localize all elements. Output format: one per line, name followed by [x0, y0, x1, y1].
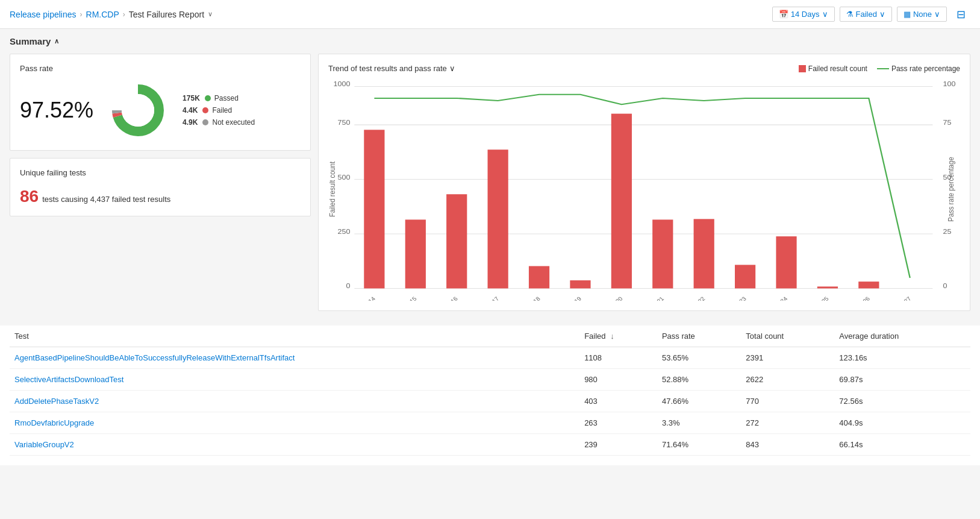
period-button[interactable]: 📅 14 Days ∨ — [772, 7, 835, 22]
table-row: AddDeletePhaseTaskV2 403 47.66% 770 72.5… — [10, 391, 970, 412]
donut-chart — [108, 80, 168, 140]
svg-rect-21 — [364, 130, 384, 288]
top-bar: Release pipelines › RM.CDP › Test Failur… — [0, 0, 980, 29]
svg-text:2019-05-17: 2019-05-17 — [473, 295, 500, 301]
unique-failing-title: Unique failing tests — [20, 168, 301, 177]
svg-rect-25 — [529, 266, 549, 288]
table-row: SelectiveArtifactsDownloadTest 980 52.88… — [10, 369, 970, 391]
table-header: Test Failed ↓ Pass rate Total count Aver… — [10, 326, 970, 347]
period-chevron-icon: ∨ — [822, 10, 828, 19]
svg-rect-29 — [694, 219, 714, 288]
sort-icon: ↓ — [610, 332, 614, 341]
svg-rect-22 — [405, 219, 426, 288]
group-chevron-icon: ∨ — [934, 10, 940, 19]
svg-text:2019-05-22: 2019-05-22 — [679, 295, 706, 301]
svg-rect-32 — [817, 286, 838, 288]
svg-text:250: 250 — [338, 228, 351, 236]
svg-text:Pass rate percentage: Pass rate percentage — [946, 157, 955, 222]
cell-pass-rate: 47.66% — [657, 391, 741, 412]
svg-text:2019-05-20: 2019-05-20 — [597, 295, 625, 301]
legend-pass-rate: Pass rate percentage — [877, 64, 960, 73]
svg-text:2019-05-21: 2019-05-21 — [638, 295, 665, 301]
svg-text:2019-05-14: 2019-05-14 — [349, 295, 377, 301]
data-table: Test Failed ↓ Pass rate Total count Aver… — [10, 326, 970, 456]
svg-rect-33 — [858, 282, 879, 288]
cell-avg-duration: 69.87s — [834, 369, 970, 391]
cell-total: 272 — [741, 412, 834, 434]
summary-header[interactable]: Summary ∧ — [10, 36, 970, 46]
outcome-button[interactable]: ⚗ Failed ∨ — [840, 7, 892, 22]
col-failed[interactable]: Failed ↓ — [579, 326, 657, 347]
cell-avg-duration: 123.16s — [834, 347, 970, 369]
svg-text:2019-05-24: 2019-05-24 — [761, 295, 789, 301]
group-icon: ▦ — [904, 10, 911, 19]
pass-rate-content: 97.52% 175K — [20, 80, 301, 140]
legend-not-executed: 4.9K Not executed — [183, 118, 255, 127]
calendar-icon: 📅 — [779, 10, 788, 19]
svg-text:Failed result count: Failed result count — [328, 161, 337, 217]
svg-text:2019-05-23: 2019-05-23 — [720, 295, 747, 301]
cell-pass-rate: 52.88% — [657, 369, 741, 391]
unique-failing-count: 86 — [20, 187, 39, 206]
unique-failing-text: 86tests causing 4,437 failed test result… — [20, 187, 301, 206]
svg-rect-28 — [652, 219, 673, 288]
cell-pass-rate: 3.3% — [657, 412, 741, 434]
summary-chevron-icon: ∧ — [54, 37, 59, 45]
svg-rect-27 — [611, 114, 632, 289]
cell-failed: 239 — [579, 434, 657, 456]
svg-text:2019-05-25: 2019-05-25 — [803, 295, 831, 301]
svg-rect-24 — [488, 149, 508, 288]
unique-failing-card: Unique failing tests 86tests causing 4,4… — [10, 158, 311, 216]
svg-rect-26 — [570, 280, 590, 288]
col-total: Total count — [741, 326, 834, 347]
legend-failed-result: Failed result count — [799, 64, 867, 73]
table-row: RmoDevfabricUpgrade 263 3.3% 272 404.9s — [10, 412, 970, 434]
unique-failing-detail: tests causing 4,437 failed test results — [42, 195, 170, 204]
svg-text:2019-05-15: 2019-05-15 — [390, 295, 418, 301]
breadcrumb-part3[interactable]: Test Failures Report — [129, 10, 204, 19]
cell-pass-rate: 53.65% — [657, 347, 741, 369]
svg-text:500: 500 — [338, 173, 351, 181]
svg-text:2019-05-26: 2019-05-26 — [844, 295, 871, 301]
pass-rate-legend: 175K Passed 4.4K Failed 4.9K Not — [183, 94, 255, 127]
svg-text:2019-05-16: 2019-05-16 — [432, 295, 459, 301]
cell-test[interactable]: RmoDevfabricUpgrade — [10, 412, 579, 434]
svg-rect-30 — [735, 265, 755, 288]
summary-section: Summary ∧ Pass rate 97.52% — [0, 29, 980, 318]
outcome-chevron-icon: ∨ — [879, 10, 885, 19]
cell-failed: 980 — [579, 369, 657, 391]
pass-rate-title: Pass rate — [20, 64, 301, 73]
cell-test[interactable]: AddDeletePhaseTaskV2 — [10, 391, 579, 412]
col-test: Test — [10, 326, 579, 347]
cell-avg-duration: 404.9s — [834, 412, 970, 434]
cell-avg-duration: 66.14s — [834, 434, 970, 456]
group-button[interactable]: ▦ None ∨ — [897, 7, 947, 22]
breadcrumb: Release pipelines › RM.CDP › Test Failur… — [10, 10, 213, 19]
trend-dropdown-icon: ∨ — [449, 64, 455, 73]
trend-title[interactable]: Trend of test results and pass rate ∨ Fa… — [328, 64, 960, 73]
svg-text:25: 25 — [943, 228, 951, 236]
cell-total: 2391 — [741, 347, 834, 369]
table-body: AgentBasedPipelineShouldBeAbleToSuccessf… — [10, 347, 970, 456]
breadcrumb-part1[interactable]: Release pipelines — [10, 10, 76, 19]
table-row: AgentBasedPipelineShouldBeAbleToSuccessf… — [10, 347, 970, 369]
cell-test[interactable]: AgentBasedPipelineShouldBeAbleToSuccessf… — [10, 347, 579, 369]
cell-failed: 1108 — [579, 347, 657, 369]
cell-test[interactable]: SelectiveArtifactsDownloadTest — [10, 369, 579, 391]
svg-text:2019-05-19: 2019-05-19 — [555, 295, 582, 301]
svg-text:2019-05-18: 2019-05-18 — [514, 295, 541, 301]
filter-button[interactable]: ⊟ — [952, 5, 970, 24]
cell-test[interactable]: VariableGroupV2 — [10, 434, 579, 456]
breadcrumb-dropdown-icon[interactable]: ∨ — [208, 10, 213, 18]
cell-failed: 263 — [579, 412, 657, 434]
breadcrumb-part2[interactable]: RM.CDP — [86, 10, 119, 19]
table-section: Test Failed ↓ Pass rate Total count Aver… — [0, 326, 980, 465]
trend-card: Trend of test results and pass rate ∨ Fa… — [318, 54, 970, 311]
group-label: None — [913, 10, 932, 19]
left-column: Pass rate 97.52% — [10, 54, 311, 311]
trend-title-text: Trend of test results and pass rate — [328, 64, 447, 73]
toolbar-right: 📅 14 Days ∨ ⚗ Failed ∨ ▦ None ∨ ⊟ — [772, 5, 970, 24]
svg-text:0: 0 — [943, 282, 947, 290]
svg-text:750: 750 — [338, 119, 351, 127]
summary-grid: Pass rate 97.52% — [10, 54, 970, 311]
